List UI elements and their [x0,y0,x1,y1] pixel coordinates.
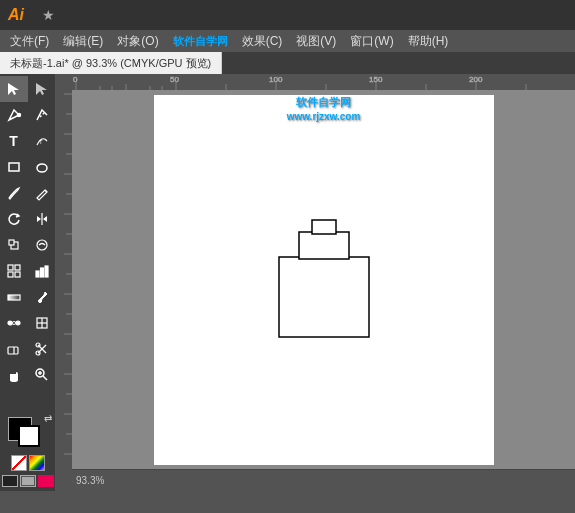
rotate-tool[interactable] [0,206,28,232]
svg-rect-15 [15,272,20,277]
svg-rect-10 [9,240,14,245]
main-layout: T T [0,74,575,491]
fill-stroke-indicators[interactable]: ⇄ [8,417,48,453]
pen-tool[interactable] [0,102,28,128]
svg-rect-4 [9,163,19,171]
tool-row-9 [0,284,56,310]
menu-edit[interactable]: 编辑(E) [57,31,109,52]
ellipse-tool[interactable] [28,154,56,180]
ruler-top: 0 50 100 150 200 [56,74,575,90]
screen-mode-3[interactable] [38,475,54,487]
scale-tool[interactable] [0,232,28,258]
select-tool[interactable] [0,76,28,102]
svg-rect-54 [56,74,72,491]
color-picker-icon[interactable] [29,455,45,471]
svg-text:100: 100 [269,75,283,84]
tab-bar: 未标题-1.ai* @ 93.3% (CMYK/GPU 预览) [0,52,575,74]
screen-mode-1[interactable] [2,475,18,487]
svg-rect-14 [8,272,13,277]
reflect-tool[interactable] [28,206,56,232]
gradient-tool-main[interactable] [0,284,28,310]
svg-marker-7 [37,216,41,222]
color-row2 [11,455,45,471]
tool-row-10 [0,310,56,336]
svg-line-31 [43,376,47,380]
svg-rect-17 [40,268,43,277]
none-color-icon[interactable] [11,455,27,471]
path-type-tool[interactable]: T [28,128,56,154]
anchor-tool[interactable] [28,102,56,128]
svg-marker-0 [8,83,19,95]
svg-marker-8 [43,216,47,222]
white-page [154,95,494,465]
warp-tool[interactable] [28,232,56,258]
tool-row-4 [0,154,56,180]
slice-tool[interactable] [28,310,56,336]
svg-text:0: 0 [73,75,78,84]
svg-point-2 [17,114,20,117]
ai-logo: Ai [8,6,36,24]
svg-point-20 [38,300,41,303]
tool-row-6 [0,206,56,232]
menu-object[interactable]: 对象(O) [111,31,164,52]
svg-text:150: 150 [369,75,383,84]
eyedropper-tool[interactable] [28,284,56,310]
svg-point-22 [16,321,20,325]
menu-bar: 文件(F) 编辑(E) 对象(O) 软件自学网 效果(C) 视图(V) 窗口(W… [0,30,575,52]
svg-text:200: 200 [469,75,483,84]
direct-select-tool[interactable] [28,76,56,102]
menu-effect[interactable]: 视图(V) [290,31,342,52]
svg-rect-16 [36,271,39,277]
tools-panel: T T [0,74,56,491]
rectangle-tool[interactable] [0,154,28,180]
screen-mode-icons [2,475,54,487]
eraser-tool[interactable] [0,336,28,362]
pencil-tool[interactable] [28,180,56,206]
tab-title: 未标题-1.ai* @ 93.3% (CMYK/GPU 预览) [10,56,211,71]
svg-text:50: 50 [170,75,179,84]
paintbrush-tool[interactable] [0,180,28,206]
tool-row-8 [0,258,56,284]
color-area: ⇄ [0,413,55,489]
title-bar: Ai ★ [0,0,575,30]
tool-row-2 [0,102,56,128]
canvas-area: 0 50 100 150 200 [56,74,575,491]
scissors-tool[interactable] [28,336,56,362]
stroke-swatch[interactable] [18,425,40,447]
svg-marker-1 [36,83,47,95]
status-bar: ▶ 93.3% [56,469,575,491]
menu-view[interactable]: 窗口(W) [344,31,399,52]
svg-point-11 [37,240,47,250]
svg-rect-18 [45,266,48,277]
zoom-tool[interactable] [28,362,56,388]
screen-mode-2[interactable] [20,475,36,487]
tool-row-5 [0,180,56,206]
svg-point-21 [8,321,12,325]
tool-row-1 [0,76,56,102]
status-info: 93.3% [76,475,104,486]
svg-rect-34 [56,74,575,90]
canvas-content[interactable]: 软件自学网 www.rjzxw.com [72,90,575,469]
svg-rect-76 [312,220,336,234]
menu-file[interactable]: 文件(F) [4,31,55,52]
hand-tool[interactable] [0,362,28,388]
type-tool[interactable]: T [0,128,28,154]
menu-select[interactable]: 效果(C) [236,31,289,52]
menu-window[interactable]: 帮助(H) [402,31,455,52]
ruler-left [56,74,72,491]
tool-row-3: T T [0,128,56,154]
swap-colors-icon[interactable]: ⇄ [44,413,52,424]
active-tab[interactable]: 未标题-1.ai* @ 93.3% (CMYK/GPU 预览) [0,52,222,74]
tool-row-11 [0,336,56,362]
symbol-tool[interactable] [0,258,28,284]
svg-rect-12 [8,265,13,270]
menu-text[interactable]: 软件自学网 [167,32,234,51]
tool-row-12 [0,362,56,388]
blend-tool[interactable] [0,310,28,336]
svg-rect-74 [279,257,369,337]
tool-row-7 [0,232,56,258]
svg-rect-26 [8,347,18,354]
chart-tool[interactable] [28,258,56,284]
svg-text:T: T [39,139,43,145]
svg-rect-75 [299,232,349,259]
